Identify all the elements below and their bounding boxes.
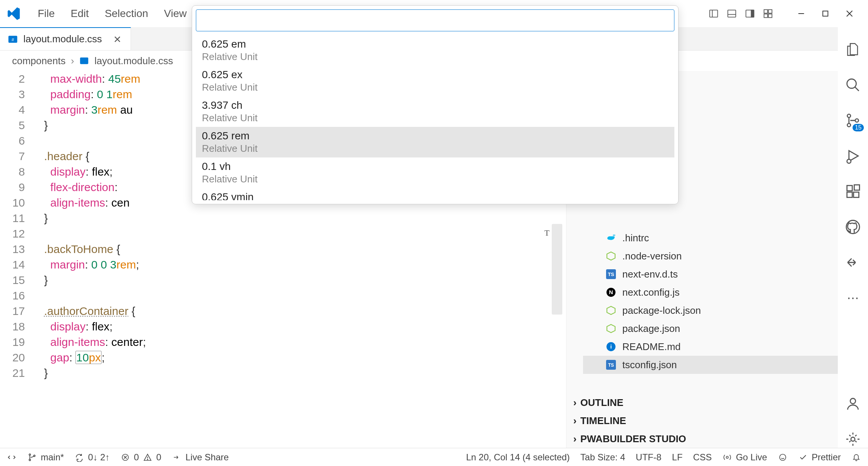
breadcrumb-segment[interactable]: layout.module.css bbox=[94, 55, 173, 67]
svg-text:TS: TS bbox=[608, 363, 614, 368]
maximize-button[interactable] bbox=[814, 6, 837, 22]
status-bar: main* 0↓ 2↑ 0 0 Live Share Ln 20, Col 14… bbox=[0, 448, 868, 466]
menu-item-selection[interactable]: Selection bbox=[98, 5, 154, 22]
minimap-scrollbar[interactable] bbox=[552, 224, 562, 315]
code-line[interactable]: .authorContainer { bbox=[38, 303, 566, 319]
quick-pick-item-description: Relative Unit bbox=[202, 143, 668, 154]
explorer-files-icon[interactable] bbox=[844, 41, 862, 58]
code-line[interactable]: } bbox=[38, 365, 566, 381]
file-item[interactable]: package-lock.json bbox=[583, 301, 868, 319]
minimize-button[interactable] bbox=[790, 6, 813, 22]
toggle-primary-sidebar-icon[interactable] bbox=[706, 6, 722, 22]
line-number: 8 bbox=[0, 164, 25, 179]
toggle-panel-icon[interactable] bbox=[724, 6, 740, 22]
svg-point-32 bbox=[847, 114, 851, 117]
code-line[interactable]: display: flex; bbox=[38, 319, 566, 334]
code-line[interactable]: gap: 10px; bbox=[38, 350, 566, 365]
svg-rect-38 bbox=[847, 192, 852, 198]
tab-size-status[interactable]: Tab Size: 4 bbox=[580, 452, 625, 463]
file-item[interactable]: .node-version bbox=[583, 247, 868, 265]
file-item[interactable]: .hintrc bbox=[583, 229, 868, 247]
line-number: 13 bbox=[0, 241, 25, 257]
prettier-status[interactable]: Prettier bbox=[798, 452, 841, 463]
toggle-secondary-sidebar-icon[interactable] bbox=[742, 6, 758, 22]
feedback-status[interactable] bbox=[778, 452, 788, 462]
git-branch-status[interactable]: main* bbox=[27, 452, 64, 463]
problems-status[interactable]: 0 0 bbox=[120, 452, 162, 463]
search-icon[interactable] bbox=[844, 76, 862, 94]
live-share-status[interactable]: Live Share bbox=[172, 452, 229, 463]
quick-pick-item[interactable]: 0.625 vmin bbox=[196, 188, 674, 200]
activity-bar: 15 ⋯ bbox=[838, 27, 868, 448]
menu-item-file[interactable]: File bbox=[32, 5, 61, 22]
window-controls bbox=[790, 6, 861, 22]
close-tab-icon[interactable] bbox=[112, 34, 123, 45]
language-mode-status[interactable]: CSS bbox=[693, 452, 712, 463]
quick-pick-item[interactable]: 3.937 chRelative Unit bbox=[196, 96, 674, 127]
file-type-icon: N bbox=[606, 287, 616, 298]
customize-layout-icon[interactable] bbox=[760, 6, 776, 22]
quick-pick-item[interactable]: 0.625 emRelative Unit bbox=[196, 35, 674, 66]
file-item[interactable]: package.json bbox=[583, 319, 868, 338]
line-number: 3 bbox=[0, 86, 25, 102]
file-type-icon bbox=[606, 251, 616, 261]
extensions-icon[interactable] bbox=[844, 183, 862, 200]
code-line[interactable]: .backToHome { bbox=[38, 241, 566, 257]
encoding-status[interactable]: UTF-8 bbox=[636, 452, 662, 463]
sync-status[interactable]: 0↓ 2↑ bbox=[74, 452, 109, 463]
branch-name: main* bbox=[41, 452, 64, 463]
quick-pick-item[interactable]: 0.625 exRelative Unit bbox=[196, 66, 674, 96]
breadcrumb-segment[interactable]: components bbox=[12, 55, 66, 67]
file-item[interactable]: Nnext.config.js bbox=[583, 283, 868, 301]
explorer-section-header[interactable]: ›PWABUILDER STUDIO bbox=[566, 430, 868, 448]
code-line[interactable] bbox=[38, 226, 566, 241]
code-line[interactable] bbox=[38, 288, 566, 303]
file-item[interactable]: iREADME.md bbox=[583, 338, 868, 356]
code-line[interactable]: margin: 0 0 3rem; bbox=[38, 257, 566, 272]
explorer-section-header[interactable]: ›TIMELINE bbox=[566, 412, 868, 430]
live-share-icon[interactable] bbox=[844, 254, 862, 271]
code-line[interactable]: } bbox=[38, 210, 566, 226]
line-number: 4 bbox=[0, 102, 25, 117]
code-line[interactable]: align-items: center; bbox=[38, 334, 566, 350]
tab-layout-module-css[interactable]: # layout.module.css bbox=[0, 27, 131, 50]
notifications-status[interactable] bbox=[851, 452, 861, 462]
live-share-label: Live Share bbox=[185, 452, 229, 463]
cursor-position-status[interactable]: Ln 20, Col 14 (4 selected) bbox=[466, 452, 570, 463]
source-control-icon[interactable]: 15 bbox=[844, 112, 862, 129]
code-line[interactable]: } bbox=[38, 272, 566, 288]
file-name: package.json bbox=[622, 323, 680, 335]
git-branch-icon bbox=[27, 452, 37, 462]
file-name: .hintrc bbox=[622, 232, 649, 244]
close-window-button[interactable] bbox=[838, 6, 861, 22]
svg-line-31 bbox=[855, 87, 859, 91]
svg-rect-39 bbox=[854, 192, 859, 198]
quick-pick-item[interactable]: 0.625 remRelative Unit bbox=[196, 127, 674, 157]
file-item[interactable]: TSnext-env.d.ts bbox=[583, 265, 868, 283]
sync-icon bbox=[74, 452, 84, 462]
svg-text:TS: TS bbox=[608, 272, 614, 277]
broadcast-icon bbox=[722, 452, 732, 462]
svg-point-34 bbox=[855, 119, 859, 122]
github-icon[interactable] bbox=[844, 218, 862, 236]
quick-pick-item[interactable]: 0.1 vhRelative Unit bbox=[196, 157, 674, 188]
file-type-icon bbox=[606, 305, 616, 316]
file-item[interactable]: TStsconfig.json bbox=[583, 356, 868, 374]
svg-rect-0 bbox=[710, 10, 718, 17]
menu-item-edit[interactable]: Edit bbox=[65, 5, 95, 22]
quick-pick-input[interactable] bbox=[196, 9, 674, 31]
account-icon[interactable] bbox=[844, 395, 862, 412]
explorer-section-header[interactable]: ›OUTLINE bbox=[566, 393, 868, 412]
settings-gear-icon[interactable] bbox=[844, 431, 862, 448]
svg-text:N: N bbox=[609, 289, 613, 295]
remote-indicator[interactable] bbox=[7, 452, 17, 462]
line-number: 17 bbox=[0, 303, 25, 319]
run-debug-icon[interactable] bbox=[844, 147, 862, 165]
sync-counts: 0↓ 2↑ bbox=[88, 452, 109, 463]
go-live-status[interactable]: Go Live bbox=[722, 452, 767, 463]
line-number: 9 bbox=[0, 179, 25, 195]
eol-status[interactable]: LF bbox=[672, 452, 683, 463]
more-icon[interactable]: ⋯ bbox=[844, 289, 862, 307]
file-name: README.md bbox=[622, 341, 681, 353]
menu-item-view[interactable]: View bbox=[158, 5, 193, 22]
